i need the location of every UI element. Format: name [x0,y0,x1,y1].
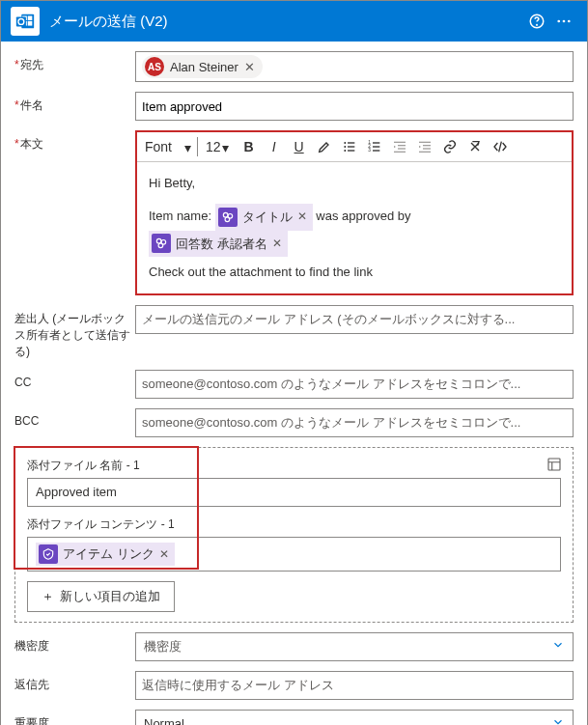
number-list-button[interactable]: 123 [364,136,385,157]
attachments-area: 添付ファイル 名前 - 1 Approved item 添付ファイル コンテンツ… [14,447,574,623]
outlook-icon [11,7,40,36]
bullet-list-button[interactable] [339,136,360,157]
svg-point-10 [563,20,566,23]
switch-mode-button[interactable] [546,456,563,476]
recipient-chip[interactable]: AS Alan Steiner ✕ [142,55,263,78]
bold-button[interactable]: B [238,136,260,157]
body-text: Check out the attachment to find the lin… [149,261,560,283]
body-greeting: Hi Betty, [149,172,560,194]
svg-point-11 [568,20,571,23]
svg-rect-24 [394,142,406,143]
attach-content-label: 添付ファイル コンテンツ - 1 [27,516,561,533]
svg-rect-26 [398,148,406,149]
link-button[interactable] [439,136,461,157]
card-header: メールの送信 (V2) [1,1,587,42]
svg-rect-38 [548,459,560,470]
sharepoint-icon [218,208,238,227]
help-button[interactable] [523,8,550,35]
svg-point-16 [344,150,346,152]
svg-rect-13 [348,142,354,143]
token-remove-icon[interactable]: ✕ [272,234,282,255]
svg-rect-29 [423,145,431,146]
replyto-field[interactable]: 返信時に使用するメール アドレス [135,671,574,700]
svg-point-8 [537,24,538,25]
italic-button[interactable]: I [264,136,285,157]
attach-name-label: 添付ファイル 名前 - 1 [27,458,561,474]
token-remove-icon[interactable]: ✕ [159,547,169,561]
font-select[interactable]: Font▾ [143,137,198,156]
svg-rect-23 [373,150,379,151]
svg-point-12 [344,142,346,144]
chevron-down-icon [551,715,565,725]
bcc-label: BCC [14,408,135,428]
rte-editor[interactable]: Hi Betty, Item name: タイトル ✕ was approved… [137,162,572,293]
more-button[interactable] [550,8,577,35]
svg-rect-21 [373,146,379,147]
from-field[interactable]: メールの送信元のメール アドレス (そのメールボックスに対する... [135,305,574,334]
svg-rect-27 [394,152,406,153]
body-label: 本文 [14,130,135,153]
subject-field[interactable] [135,92,574,121]
svg-text:3: 3 [368,148,371,153]
token-item-link[interactable]: アイテム リンク ✕ [36,543,175,566]
remove-recipient-icon[interactable]: ✕ [244,60,255,74]
svg-rect-31 [419,152,431,153]
token-approver[interactable]: 回答数 承認者名 ✕ [149,231,288,257]
subject-label: 件名 [14,92,135,114]
bcc-field[interactable]: someone@contoso.com のようなメール アドレスをセミコロンで.… [135,408,574,437]
svg-point-37 [158,243,163,248]
to-field[interactable]: AS Alan Steiner ✕ [135,51,574,82]
cc-field[interactable]: someone@contoso.com のようなメール アドレスをセミコロンで.… [135,370,574,399]
svg-rect-28 [419,142,431,143]
rte-toolbar: Font▾ 12▾ B I U 123 [137,132,572,162]
approval-icon [39,544,58,564]
body-text: was approved by [316,209,410,224]
svg-point-34 [225,217,230,222]
avatar: AS [145,57,164,76]
attach-content-field[interactable]: アイテム リンク ✕ [27,537,561,572]
chevron-down-icon [551,638,565,655]
replyto-label: 返信先 [14,671,135,693]
svg-rect-2 [28,16,33,21]
subject-input[interactable] [142,99,567,114]
body-text: Item name: [149,209,211,224]
token-title[interactable]: タイトル ✕ [215,204,313,230]
size-select[interactable]: 12▾ [202,137,235,156]
importance-label: 重要度 [14,710,135,725]
send-email-card: メールの送信 (V2) 宛先 AS Alan Steiner ✕ [0,0,588,725]
plus-icon: ＋ [42,588,54,605]
svg-rect-17 [348,150,354,151]
importance-select[interactable]: Normal [135,710,574,725]
svg-rect-30 [423,148,431,149]
card-title: メールの送信 (V2) [49,13,523,31]
svg-rect-25 [398,145,406,146]
svg-rect-4 [28,21,33,26]
svg-point-14 [344,146,346,148]
highlight-button[interactable] [314,136,335,157]
svg-point-32 [223,212,228,217]
sensitivity-select[interactable]: 機密度 [135,632,574,661]
indent-button[interactable] [414,136,435,157]
svg-point-35 [156,239,161,244]
outdent-button[interactable] [389,136,410,157]
code-view-button[interactable] [490,136,511,157]
underline-button[interactable]: U [289,136,310,157]
rte-container: Font▾ 12▾ B I U 123 [135,130,574,295]
clear-format-button[interactable] [464,136,486,157]
svg-point-9 [557,20,560,23]
svg-rect-15 [348,146,354,147]
svg-rect-19 [373,142,379,143]
cc-label: CC [14,370,135,389]
card-body: 宛先 AS Alan Steiner ✕ 件名 [1,42,587,725]
attach-name-field[interactable]: Approved item [27,478,561,507]
add-item-button[interactable]: ＋ 新しい項目の追加 [27,581,175,612]
to-label: 宛先 [14,51,135,73]
sharepoint-icon [152,234,171,253]
sensitivity-label: 機密度 [14,632,135,655]
token-remove-icon[interactable]: ✕ [297,207,307,228]
recipient-name: Alan Steiner [170,60,238,74]
from-label: 差出人 (メールボックス所有者として送信する) [14,305,135,360]
